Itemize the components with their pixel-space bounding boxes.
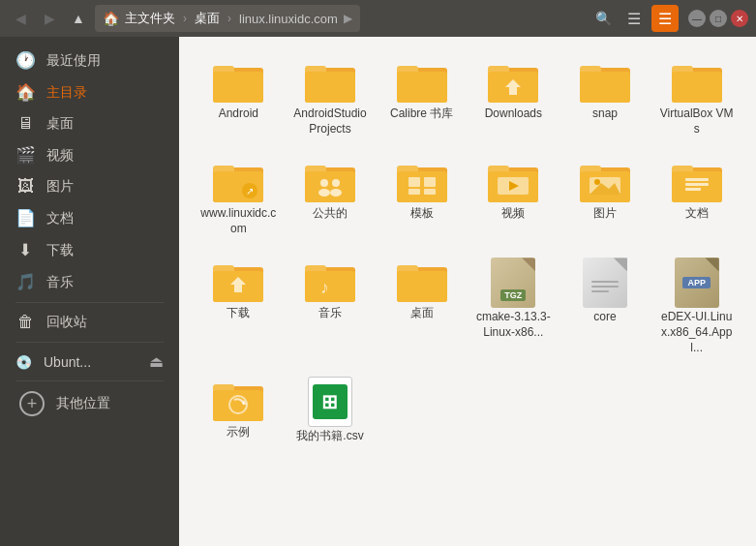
file-item-snap[interactable]: snap	[561, 52, 650, 144]
folder-icon-moban	[397, 160, 447, 202]
file-label-snap: snap	[592, 106, 618, 122]
file-item-shili[interactable]: 示例	[195, 371, 283, 452]
parent-button[interactable]: ▲	[66, 6, 91, 31]
file-label-mybook: 我的书籍.csv	[296, 429, 363, 444]
folder-icon-androidstudio	[305, 60, 355, 103]
sidebar-label-drive: Ubunt...	[44, 354, 91, 370]
app-file-icon: APP	[674, 259, 720, 306]
add-location-button[interactable]: +	[19, 391, 45, 416]
sidebar-item-video[interactable]: 🎬 视频	[0, 139, 179, 171]
file-item-downloads[interactable]: Downloads	[469, 52, 558, 144]
file-grid: Android AndroidStudioProjects	[195, 52, 741, 452]
folder-icon-gonggong	[305, 160, 355, 202]
sidebar-divider	[15, 302, 164, 303]
close-button[interactable]: ✕	[731, 10, 748, 27]
file-label-gonggong: 公共的	[313, 206, 348, 222]
file-label-shipin: 视频	[501, 206, 525, 222]
svg-point-30	[332, 179, 340, 187]
folder-icon-downloads	[488, 60, 538, 103]
sidebar-item-home[interactable]: 🏠 主目录	[0, 76, 179, 108]
svg-rect-9	[397, 72, 447, 103]
svg-rect-62	[305, 271, 355, 302]
maximize-button[interactable]: □	[710, 10, 727, 27]
svg-rect-6	[305, 72, 355, 103]
breadcrumb-sep1: ›	[183, 12, 187, 25]
file-item-wendang[interactable]: 文档	[652, 152, 741, 244]
file-item-tupian[interactable]: 图片	[561, 152, 650, 244]
file-item-virtualbox[interactable]: VirtualBox VMs	[652, 52, 741, 144]
minimize-button[interactable]: —	[688, 10, 706, 27]
sidebar-divider2	[15, 342, 164, 343]
picture-icon: 🖼	[15, 177, 35, 197]
trash-icon: 🗑	[15, 313, 35, 332]
file-label-virtualbox: VirtualBox VMs	[658, 106, 736, 136]
sidebar-label-other: 其他位置	[56, 395, 110, 412]
sidebar-label-pictures: 图片	[46, 178, 74, 196]
sidebar-label-recent: 最近使用	[46, 52, 101, 70]
sidebar-item-pictures[interactable]: 🖼 图片	[0, 171, 179, 202]
svg-rect-19	[672, 72, 722, 103]
window-controls: — □ ✕	[688, 10, 748, 27]
sidebar-label-video: 视频	[46, 147, 74, 165]
search-button[interactable]: 🔍	[590, 5, 617, 32]
sidebar-divider3	[15, 380, 164, 381]
list-view-button[interactable]: ☰	[620, 5, 648, 32]
sidebar-label-desktop: 桌面	[46, 115, 74, 133]
file-item-moban[interactable]: 模板	[378, 152, 466, 244]
home-icon: 🏠	[103, 11, 119, 26]
tgz-icon-cmake: TGZ	[490, 259, 536, 306]
file-item-mybook[interactable]: ⊞ 我的书籍.csv	[287, 371, 375, 452]
file-item-core[interactable]: core	[561, 252, 650, 363]
sidebar-item-music[interactable]: 🎵 音乐	[0, 266, 179, 298]
sidebar-item-trash[interactable]: 🗑 回收站	[0, 307, 179, 338]
home-icon: 🏠	[15, 82, 35, 103]
folder-icon-snap	[580, 60, 630, 103]
video-icon: 🎬	[15, 145, 35, 166]
file-item-www[interactable]: ↗ www.linuxidc.com	[195, 152, 283, 244]
file-label-yinyue: 音乐	[318, 306, 342, 321]
sidebar-item-download[interactable]: ⬇ 下载	[0, 234, 179, 266]
menu-button[interactable]: ☰	[651, 5, 679, 32]
file-item-yinyue[interactable]: ♪ 音乐	[287, 252, 375, 363]
file-item-calibre[interactable]: Calibre 书库	[378, 52, 466, 144]
file-item-android[interactable]: Android	[195, 52, 283, 144]
svg-rect-52	[672, 171, 722, 202]
breadcrumb-arrow: ▶	[344, 12, 352, 25]
svg-rect-55	[685, 188, 701, 191]
breadcrumb-sep2: ›	[227, 12, 231, 25]
sidebar-item-documents[interactable]: 📄 文档	[0, 202, 179, 234]
folder-icon-shipin	[488, 160, 538, 202]
back-button[interactable]: ◀	[8, 6, 33, 31]
sidebar-item-other[interactable]: + 其他位置	[0, 385, 179, 422]
sidebar-label-documents: 文档	[46, 210, 74, 228]
eject-button[interactable]: ⏏	[149, 352, 164, 371]
folder-icon-wendang	[672, 160, 722, 202]
sidebar: 🕐 最近使用 🏠 主目录 🖥 桌面 🎬 视频 🖼 图片 📄 文档 ⬇ 下载	[0, 37, 179, 546]
svg-rect-66	[397, 271, 447, 302]
desktop-icon: 🖥	[15, 114, 35, 134]
breadcrumb-desktop-label: 桌面	[195, 10, 220, 27]
file-item-cmake[interactable]: TGZ cmake-3.13.3-Linux-x86...	[469, 252, 558, 363]
forward-button[interactable]: ▶	[37, 6, 62, 31]
recent-icon: 🕐	[15, 50, 35, 71]
file-label-cmake: cmake-3.13.3-Linux-x86...	[474, 310, 552, 340]
svg-text:♪: ♪	[320, 278, 329, 297]
file-label-shili: 示例	[227, 425, 250, 440]
file-item-edex[interactable]: APP eDEX-UI.Linux.x86_64.Appl...	[652, 252, 741, 363]
file-item-zhuomian[interactable]: 桌面	[378, 252, 466, 363]
sidebar-item-recent[interactable]: 🕐 最近使用	[0, 45, 179, 76]
file-item-androidstudio[interactable]: AndroidStudioProjects	[287, 52, 375, 144]
spreadsheet-file-icon: ⊞	[307, 379, 353, 425]
file-item-xiazai[interactable]: 下载	[195, 252, 283, 363]
file-label-zhuomian: 桌面	[410, 306, 434, 321]
sidebar-label-home: 主目录	[46, 84, 87, 102]
sidebar-label-trash: 回收站	[46, 314, 87, 331]
file-item-gonggong[interactable]: 公共的	[287, 152, 375, 244]
file-label-androidstudio: AndroidStudioProjects	[291, 106, 369, 136]
sidebar-label-download: 下载	[46, 242, 74, 259]
folder-icon-android	[213, 60, 263, 103]
sidebar-item-drive[interactable]: 💿 Ubunt... ⏏	[0, 347, 179, 377]
sidebar-item-desktop[interactable]: 🖥 桌面	[0, 108, 179, 139]
file-item-shipin[interactable]: 视频	[469, 152, 558, 244]
file-label-core: core	[593, 310, 616, 325]
